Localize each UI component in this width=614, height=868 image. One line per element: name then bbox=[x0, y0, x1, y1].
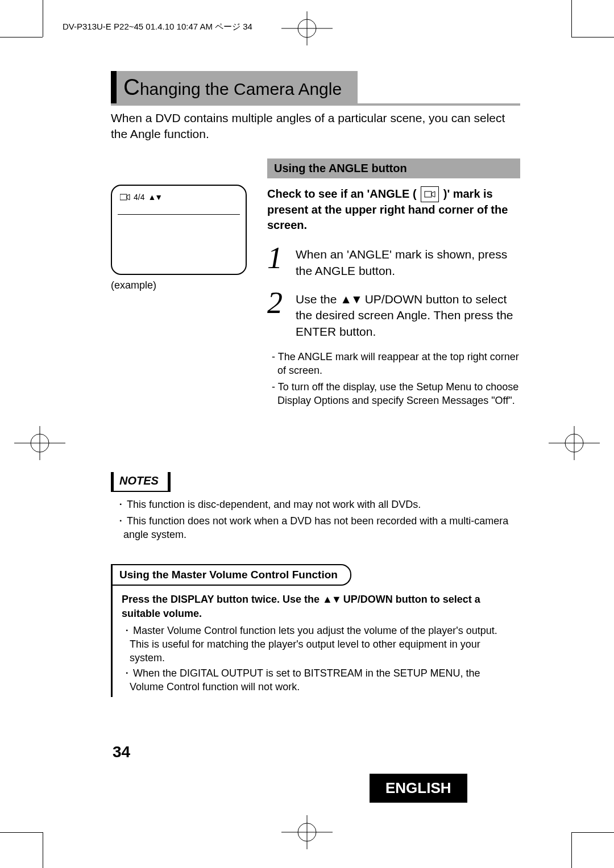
volume-bullets: Master Volume Control function lets you … bbox=[122, 624, 516, 694]
camera-icon bbox=[120, 193, 130, 201]
register-mark-bottom bbox=[281, 815, 333, 849]
register-mark-top bbox=[281, 11, 333, 45]
svg-rect-14 bbox=[425, 191, 432, 197]
volume-heading: Using the Master Volume Control Function bbox=[113, 564, 351, 586]
step-2-number: 2 bbox=[267, 289, 288, 340]
section-heading: Changing the Camera Angle bbox=[117, 71, 358, 103]
step-2-text: Use the ▲▼ UP/DOWN button to select the … bbox=[296, 289, 520, 340]
notes-label: NOTES bbox=[111, 472, 171, 492]
notes-list: This function is disc-dependent, and may… bbox=[111, 498, 520, 541]
step-1-text: When an 'ANGLE' mark is shown, press the… bbox=[296, 244, 520, 279]
updown-arrows-icon: ▲▼ bbox=[340, 293, 362, 306]
updown-arrows-icon: ▲▼ bbox=[322, 594, 341, 605]
svg-marker-13 bbox=[127, 194, 130, 200]
angle-note-1: - The ANGLE mark will reappear at the to… bbox=[272, 350, 520, 378]
page-number: 34 bbox=[113, 743, 130, 761]
intro-text: When a DVD contains multiple angles of a… bbox=[111, 110, 520, 143]
angle-check-instruction: Check to see if an 'ANGLE ( )' mark is p… bbox=[267, 186, 520, 233]
example-screen: 4/4 ▲▼ bbox=[111, 185, 247, 275]
volume-bullet-1: Master Volume Control function lets you … bbox=[122, 624, 516, 665]
svg-marker-15 bbox=[432, 191, 435, 197]
angle-mark-icon bbox=[421, 186, 439, 202]
register-mark-right bbox=[549, 426, 600, 460]
register-mark-left bbox=[14, 426, 65, 460]
angle-subheading: Using the ANGLE button bbox=[267, 158, 520, 178]
note-item-2: This function does not work when a DVD h… bbox=[111, 514, 520, 542]
angle-note-2: - To turn off the display, use the Setup… bbox=[272, 380, 520, 408]
volume-lead: Press the DISPLAY button twice. Use the … bbox=[122, 592, 516, 620]
note-item-1: This function is disc-dependent, and may… bbox=[111, 498, 520, 511]
example-caption: (example) bbox=[111, 279, 250, 291]
updown-arrows-icon: ▲▼ bbox=[148, 193, 161, 202]
step-1-number: 1 bbox=[267, 244, 288, 279]
angle-notes-list: - The ANGLE mark will reappear at the to… bbox=[272, 350, 520, 407]
svg-rect-12 bbox=[120, 194, 127, 200]
document-header: DV-P313U-E P22~45 01.4.10 10:47 AM ページ 3… bbox=[63, 22, 252, 32]
language-badge: ENGLISH bbox=[370, 774, 467, 803]
angle-count: 4/4 bbox=[134, 193, 144, 202]
volume-bullet-2: When the DIGITAL OUTPUT is set to BITSTR… bbox=[122, 666, 516, 694]
section-heading-bar: Changing the Camera Angle bbox=[111, 71, 520, 106]
